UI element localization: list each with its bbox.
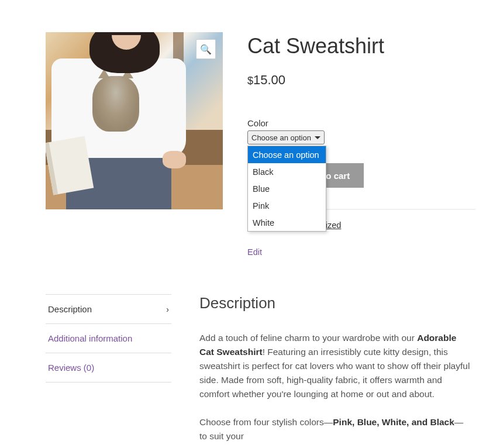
product-title: Cat Sweatshirt xyxy=(247,34,475,58)
chevron-right-icon: › xyxy=(166,305,169,314)
tab-reviews-label: Reviews (0) xyxy=(48,363,94,373)
description-heading: Description xyxy=(199,294,471,312)
edit-link[interactable]: Edit xyxy=(247,247,475,257)
product-price: $15.00 xyxy=(247,73,475,88)
color-option-pink[interactable]: Pink xyxy=(248,197,326,214)
tab-reviews[interactable]: Reviews (0) xyxy=(46,353,171,382)
tab-description-label: Description xyxy=(48,304,92,314)
tab-additional-label: Additional information xyxy=(48,333,132,343)
color-option-choose[interactable]: Choose an option xyxy=(248,146,326,163)
color-dropdown[interactable]: Choose an option Black Blue Pink White xyxy=(247,146,326,232)
product-image[interactable]: 🔍 xyxy=(46,32,223,209)
color-label: Color xyxy=(247,118,475,128)
color-option-white[interactable]: White xyxy=(248,214,326,231)
description-paragraph-1: Add a touch of feline charm to your ward… xyxy=(199,331,471,401)
zoom-icon[interactable]: 🔍 xyxy=(196,39,216,59)
color-select-value: Choose an option xyxy=(251,133,311,142)
tab-description[interactable]: Description › xyxy=(46,294,171,323)
color-select[interactable]: Choose an option xyxy=(247,130,325,144)
color-option-black[interactable]: Black xyxy=(248,163,326,180)
price-amount: 15.00 xyxy=(253,73,285,87)
tab-additional-information[interactable]: Additional information xyxy=(46,323,171,353)
description-paragraph-2: Choose from four stylish colors—Pink, Bl… xyxy=(199,415,471,443)
color-option-blue[interactable]: Blue xyxy=(248,180,326,197)
currency-symbol: $ xyxy=(247,75,253,87)
